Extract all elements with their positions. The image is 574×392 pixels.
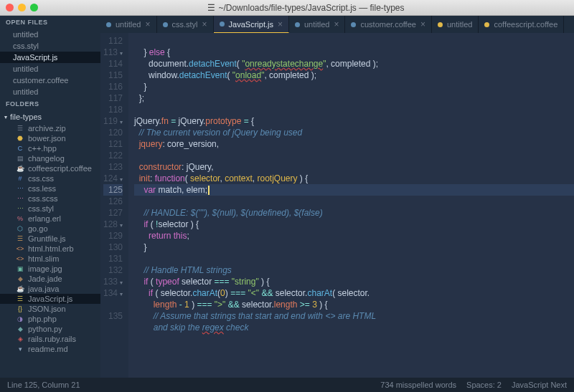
line-number: 132 — [103, 264, 123, 276]
tab-close-icon[interactable]: × — [420, 19, 425, 29]
open-file-item[interactable]: JavaScript.js — [0, 52, 100, 63]
line-number: 126 — [103, 196, 123, 207]
code-line[interactable]: jquery: core_version, — [134, 138, 574, 150]
line-number: 127 — [103, 207, 123, 219]
tab-close-icon[interactable]: × — [145, 19, 150, 29]
code-line[interactable]: init: function( selector, context, rootj… — [134, 173, 574, 184]
file-tree-item[interactable]: <>html.slim — [0, 254, 100, 264]
code-content[interactable]: } else { document.detachEvent( "onreadys… — [128, 33, 574, 378]
line-number: 123 — [103, 161, 123, 173]
spell-count[interactable]: 734 misspelled words — [380, 381, 456, 389]
file-tree-item[interactable]: {}JSON.json — [0, 304, 100, 314]
code-line[interactable]: } — [134, 81, 574, 92]
file-tree-item[interactable]: ⋯css.styl — [0, 204, 100, 214]
open-file-item[interactable]: untitled — [0, 29, 100, 40]
code-line[interactable]: } else { — [134, 47, 574, 58]
file-tree-item[interactable]: ◆python.py — [0, 324, 100, 334]
file-type-icon: ◆ — [16, 274, 24, 283]
code-line[interactable] — [134, 150, 574, 161]
tab-modified-icon — [351, 22, 356, 27]
editor-tab[interactable]: customer.coffee× — [345, 16, 431, 33]
tab-close-icon[interactable]: × — [202, 19, 207, 29]
code-line[interactable] — [134, 196, 574, 207]
cursor-position[interactable]: Line 125, Column 21 — [7, 381, 80, 389]
file-type-icon: {} — [16, 305, 24, 313]
code-line[interactable]: // Assume that strings that start and en… — [134, 310, 574, 322]
file-tree-item[interactable]: #css.css — [0, 173, 100, 183]
file-type-icon: <> — [16, 244, 24, 253]
indent-setting[interactable]: Spaces: 2 — [466, 381, 502, 389]
editor-tab[interactable]: JavaScript.js× — [214, 16, 289, 33]
editor-tab[interactable]: coffeescript.coffee — [479, 16, 564, 33]
open-file-item[interactable]: untitled — [0, 63, 100, 75]
file-tree-item[interactable]: ☰JavaScript.js — [0, 294, 100, 304]
line-number: 135 — [103, 310, 123, 322]
file-tree-item[interactable]: ⬣bower.json — [0, 133, 100, 143]
file-tree-item[interactable]: ⬡go.go — [0, 224, 100, 234]
code-line[interactable]: } — [134, 242, 574, 253]
file-type-icon: ▤ — [16, 154, 24, 163]
file-tree-item[interactable]: ☕coffeescript.coffee — [0, 163, 100, 173]
code-line[interactable] — [134, 35, 574, 47]
maximize-window-button[interactable] — [30, 4, 38, 11]
file-tree-item[interactable]: ▤changelog — [0, 153, 100, 163]
file-tree-item[interactable]: ☰archive.zip — [0, 123, 100, 133]
tab-modified-icon — [220, 21, 225, 27]
close-window-button[interactable] — [6, 4, 14, 11]
editor-tab[interactable]: untitled — [432, 16, 479, 33]
file-tree-item[interactable]: %erlang.erl — [0, 214, 100, 224]
code-line[interactable]: // HANDLE: $(""), $(null), $(undefined),… — [134, 207, 574, 219]
code-line[interactable]: if ( !selector ) { — [134, 219, 574, 230]
code-line[interactable]: and skip the regex check — [134, 322, 574, 333]
code-line[interactable] — [134, 104, 574, 115]
open-file-item[interactable]: customer.coffee — [0, 75, 100, 86]
file-tree-item[interactable]: ☰Gruntfile.js — [0, 234, 100, 244]
line-number: 121 — [103, 138, 123, 150]
code-line[interactable]: return this; — [134, 230, 574, 242]
editor-tab[interactable]: css.styl× — [157, 16, 214, 33]
file-tree-item[interactable]: ▾readme.md — [0, 344, 100, 354]
open-file-item[interactable]: untitled — [0, 86, 100, 97]
file-tree-item[interactable]: ☕java.java — [0, 284, 100, 294]
code-line[interactable]: if ( selector.charAt(0) === "<" && selec… — [134, 287, 574, 299]
open-file-item[interactable]: css.styl — [0, 40, 100, 52]
code-line[interactable] — [134, 253, 574, 264]
code-line[interactable]: // Handle HTML strings — [134, 264, 574, 276]
file-tree-item[interactable]: ⋯css.less — [0, 183, 100, 193]
file-type-icon: ⋯ — [16, 194, 24, 203]
minimize-window-button[interactable] — [18, 4, 26, 11]
code-line[interactable]: var match, elem; — [134, 184, 574, 196]
code-line[interactable]: // The current version of jQuery being u… — [134, 127, 574, 138]
code-line[interactable]: jQuery.fn = jQuery.prototype = { — [134, 115, 574, 127]
file-icon: ☰ — [207, 3, 215, 13]
code-line[interactable]: }; — [134, 92, 574, 104]
code-line[interactable]: window.detachEvent( "onload", completed … — [134, 70, 574, 81]
line-number: 114 — [103, 58, 123, 70]
file-type-icon: ⬡ — [16, 224, 24, 233]
syntax-mode[interactable]: JavaScript Next — [512, 381, 567, 389]
code-editor[interactable]: 112113▾114115116117118119▾12012112212312… — [100, 33, 574, 378]
editor-tab[interactable]: untitled× — [100, 16, 157, 33]
code-line[interactable]: length - 1 ) === ">" && selector.length … — [134, 299, 574, 310]
file-tree-item[interactable]: ▣image.jpg — [0, 264, 100, 274]
file-tree-item[interactable]: ◆Jade.jade — [0, 274, 100, 284]
code-line[interactable]: constructor: jQuery, — [134, 161, 574, 173]
file-tree-item[interactable]: ⋯css.scss — [0, 193, 100, 204]
editor-tab[interactable]: untitled× — [289, 16, 346, 33]
titlebar: ☰~/Downloads/file-types/JavaScript.js — … — [0, 0, 574, 16]
tab-modified-icon — [163, 22, 168, 27]
tab-close-icon[interactable]: × — [278, 19, 283, 29]
folder-root[interactable]: ▾file-types — [0, 110, 100, 123]
code-line[interactable]: if ( typeof selector === "string" ) { — [134, 276, 574, 287]
line-number: 116 — [103, 81, 123, 92]
file-tree-item[interactable]: Cc++.hpp — [0, 143, 100, 153]
tab-close-icon[interactable]: × — [334, 19, 339, 29]
file-type-icon: ◑ — [16, 315, 24, 323]
file-tree-item[interactable]: ◈rails.ruby.rails — [0, 334, 100, 344]
status-bar: Line 125, Column 21 734 misspelled words… — [0, 378, 574, 392]
file-tree-item[interactable]: <>html.html.erb — [0, 244, 100, 254]
code-line[interactable]: document.detachEvent( "onreadystatechang… — [134, 58, 574, 70]
file-tree-item[interactable]: ◑php.php — [0, 314, 100, 324]
line-number: 128▾ — [103, 219, 123, 230]
file-type-icon: ☰ — [16, 124, 24, 133]
